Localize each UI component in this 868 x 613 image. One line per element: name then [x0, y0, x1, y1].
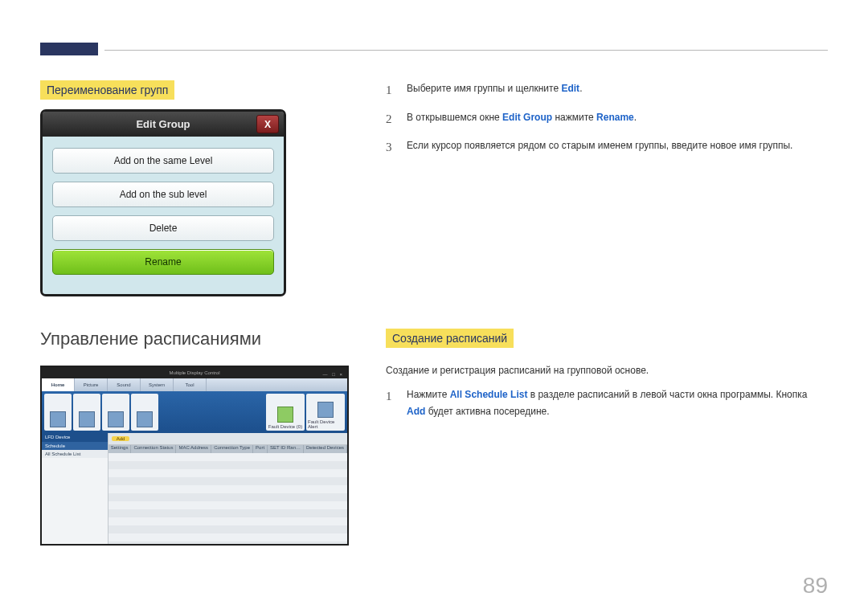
sched-step-mid: в разделе расписаний в левой части окна …	[527, 389, 807, 400]
step-text: Если курсор появляется рядом со старым и…	[407, 137, 792, 158]
mdc-toolbar: Add	[108, 433, 347, 445]
intro-text: Создание и регистрация расписаний на гру…	[386, 362, 828, 378]
mdc-titlebar: Multiple Display Control — □ ×	[42, 367, 347, 378]
schedule-step-1: 1 Нажмите All Schedule List в разделе ра…	[386, 386, 828, 419]
step-text: Нажмите All Schedule List в разделе расп…	[407, 386, 828, 419]
mdc-tabstrip: Home Picture Sound System Tool	[42, 378, 347, 391]
page-number: 89	[803, 573, 828, 599]
step-number: 1	[386, 386, 397, 419]
add-same-level-button[interactable]: Add on the same Level	[52, 148, 274, 174]
edit-group-link: Edit Group	[502, 112, 552, 123]
add-sub-level-button[interactable]: Add on the sub level	[52, 182, 274, 207]
mdc-sidebar: LFD Device Schedule All Schedule List	[42, 433, 108, 546]
mdc-title: Multiple Display Control	[169, 370, 219, 375]
close-button[interactable]: X	[256, 115, 279, 133]
tab-sound[interactable]: Sound	[108, 378, 141, 391]
step-1-post: .	[579, 83, 582, 94]
table-header: Settings Connection Status MAC Address C…	[108, 445, 347, 453]
mdc-ribbon: Fault Device (0) Fault Device Alert	[42, 391, 347, 433]
step-1-pre: Выберите имя группы и щелкните	[407, 83, 561, 94]
device-icon	[137, 411, 153, 427]
dialog-title-text: Edit Group	[136, 118, 190, 130]
step-2: 2 В открывшемся окне Edit Group нажмите …	[386, 109, 828, 130]
tab-home[interactable]: Home	[42, 378, 75, 391]
sidebar-item-lfd[interactable]: LFD Device	[42, 433, 108, 441]
fault-alert-card[interactable]: Fault Device Alert	[306, 394, 345, 431]
section-title-rename: Переименование групп	[40, 80, 174, 100]
sched-step-post: будет активна посередине.	[425, 406, 549, 417]
rename-link: Rename	[596, 112, 634, 123]
device-icon	[79, 411, 95, 427]
device-icon	[108, 411, 124, 427]
step-text: В открывшемся окне Edit Group нажмите Re…	[407, 109, 637, 130]
top-rule	[104, 50, 828, 51]
col-connection: Connection Status	[131, 445, 176, 453]
window-controls-icon[interactable]: — □ ×	[323, 369, 344, 380]
section-title-create-schedule: Создание расписаний	[386, 329, 514, 348]
col-setid: SET ID Ran…	[268, 445, 304, 453]
step-3: 3 Если курсор появляется рядом со старым…	[386, 137, 828, 158]
edit-link: Edit	[561, 83, 579, 94]
add-link: Add	[407, 406, 425, 417]
sidebar-item-schedule[interactable]: Schedule	[42, 441, 108, 450]
col-detected: Detected Devices	[304, 445, 347, 453]
tab-picture[interactable]: Picture	[75, 378, 108, 391]
step-2-mid: нажмите	[552, 112, 596, 123]
table-rows-empty	[108, 453, 347, 546]
device-icon	[50, 411, 66, 427]
dialog-body: Add on the same Level Add on the sub lev…	[43, 137, 284, 294]
fault-device-icon	[277, 407, 293, 423]
ribbon-item[interactable]	[102, 394, 129, 431]
heading-schedules: Управление расписаниями	[40, 329, 354, 349]
step-1: 1 Выберите имя группы и щелкните Edit.	[386, 80, 828, 101]
add-button[interactable]: Add	[112, 436, 130, 441]
close-icon: X	[264, 119, 271, 130]
step-number: 2	[386, 109, 397, 130]
col-port: Port	[253, 445, 268, 453]
col-conn-type: Connection Type	[211, 445, 253, 453]
col-settings: Settings	[108, 445, 132, 453]
ribbon-item[interactable]	[44, 394, 72, 431]
ribbon-item[interactable]	[73, 394, 100, 431]
step-2-post: .	[634, 112, 637, 123]
fault-device-label: Fault Device (0)	[268, 424, 302, 429]
all-schedule-list-link: All Schedule List	[450, 389, 528, 400]
chapter-tab	[40, 43, 98, 55]
step-number: 1	[386, 80, 397, 101]
step-2-pre: В открывшемся окне	[407, 112, 502, 123]
delete-button[interactable]: Delete	[52, 215, 274, 241]
edit-group-dialog: Edit Group X Add on the same Level Add o…	[40, 109, 286, 296]
sched-step-pre: Нажмите	[407, 389, 450, 400]
tab-system[interactable]: System	[141, 378, 174, 391]
sidebar-item-all-schedule-list[interactable]: All Schedule List	[42, 450, 108, 458]
ribbon-item[interactable]	[131, 394, 158, 431]
col-mac: MAC Address	[176, 445, 211, 453]
step-number: 3	[386, 137, 397, 158]
rename-steps: 1 Выберите имя группы и щелкните Edit. 2…	[386, 80, 828, 158]
mdc-main: Add Settings Connection Status MAC Addre…	[108, 433, 347, 546]
fault-alert-icon	[317, 402, 334, 418]
rename-button[interactable]: Rename	[52, 249, 274, 275]
fault-alert-label: Fault Device Alert	[308, 419, 343, 429]
dialog-titlebar: Edit Group X	[43, 112, 284, 137]
mdc-window: Multiple Display Control — □ × Home Pict…	[40, 366, 349, 546]
tab-tool[interactable]: Tool	[174, 378, 207, 391]
fault-device-card[interactable]: Fault Device (0)	[266, 394, 305, 431]
step-text: Выберите имя группы и щелкните Edit.	[407, 80, 582, 101]
